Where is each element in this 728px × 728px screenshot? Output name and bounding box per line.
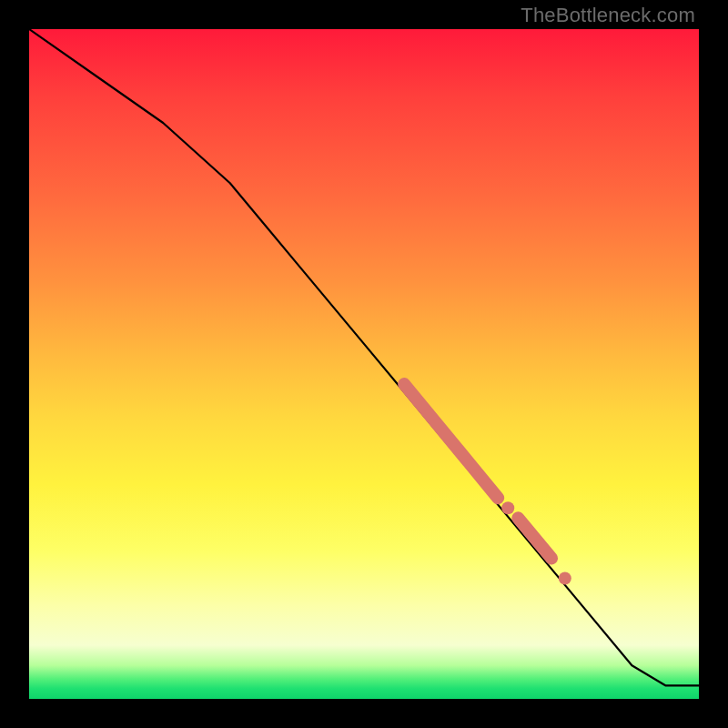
watermark-text: TheBottleneck.com bbox=[521, 4, 695, 27]
chart-stage: TheBottleneck.com bbox=[0, 0, 728, 728]
heat-gradient bbox=[29, 29, 699, 699]
plot-area bbox=[29, 29, 699, 699]
